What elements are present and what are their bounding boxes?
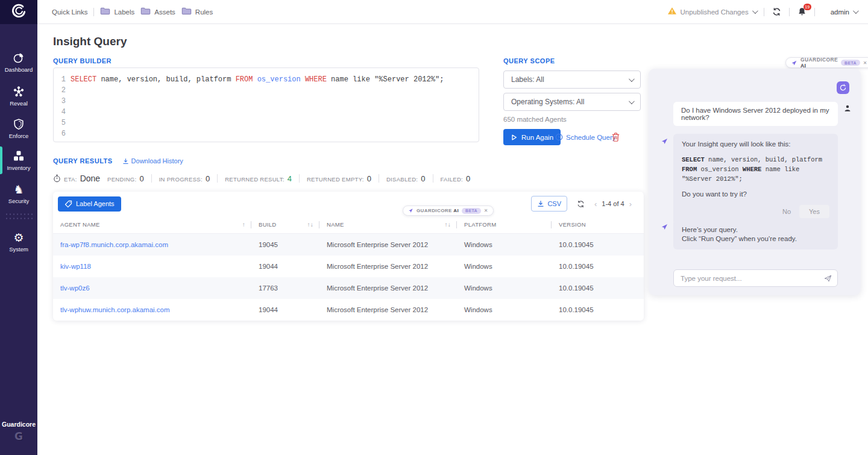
page-title: Insight Query: [53, 35, 127, 48]
cell-name: Microsoft Enterprise Server 2012: [319, 241, 457, 248]
sidebar-item-inventory[interactable]: Inventory: [0, 150, 37, 171]
column-header-name[interactable]: NAME ↑↓: [319, 216, 457, 233]
divider: [814, 8, 815, 16]
tag-icon: [64, 200, 72, 208]
label-agents-button[interactable]: Label Agents: [58, 196, 121, 212]
table-row[interactable]: tlv-wp0z6 17763 Microsoft Enterprise Ser…: [53, 277, 644, 299]
stat-failed: FAILED:0: [441, 174, 471, 183]
chat-input[interactable]: [681, 275, 823, 282]
download-history-link[interactable]: Download History: [122, 157, 183, 165]
stat-value: 0: [421, 174, 425, 183]
ai-chip-brand-bold: AI: [800, 63, 806, 69]
no-button[interactable]: No: [782, 208, 791, 215]
sidebar-item-reveal[interactable]: Reveal: [0, 86, 37, 107]
column-label: VERSION: [559, 221, 586, 228]
run-again-label: Run Again: [521, 134, 553, 141]
yes-button[interactable]: Yes: [799, 205, 829, 218]
run-again-button[interactable]: Run Again: [503, 129, 561, 145]
shield-icon: [13, 118, 25, 130]
sql-text: [301, 75, 305, 84]
folder-icon: [140, 7, 151, 17]
column-header-platform[interactable]: PLATFORM: [457, 216, 552, 233]
unpublished-changes-menu[interactable]: Unpublished Changes: [667, 7, 756, 17]
line-number: 3: [58, 96, 66, 107]
sidebar-item-dashboard[interactable]: Dashboard: [0, 52, 37, 73]
sort-both-icon[interactable]: ↑↓: [307, 221, 313, 228]
column-header-version[interactable]: VERSION: [552, 216, 644, 233]
agent-link[interactable]: fra-wp7f8.munich.corp.akamai.com: [60, 241, 168, 248]
ai-avatar-icon: [661, 222, 668, 233]
nav-labels[interactable]: Labels: [100, 7, 134, 17]
ai-chip-brand-bold: AI: [453, 208, 459, 213]
table-header-row: AGENT NAME ↑ BUILD ↑↓ NAME ↑↓ PLATFORM V…: [53, 216, 644, 234]
chevron-down-icon: [752, 8, 758, 14]
pagination-next-icon[interactable]: ›: [629, 199, 632, 209]
cell-build: 17763: [251, 284, 319, 292]
sidebar-item-system[interactable]: ⚙ System: [0, 231, 37, 253]
delete-query-button[interactable]: [611, 132, 620, 145]
topbar-left: Quick Links Labels Assets Rules: [52, 7, 213, 17]
schedule-query-label: Schedule Query: [566, 134, 615, 141]
warning-triangle-icon: [667, 7, 677, 17]
table-toolbar: Label Agents GUARDICORE AI BETA ✕ CSV ‹: [53, 192, 644, 216]
column-header-agent-name[interactable]: AGENT NAME ↑: [53, 216, 251, 233]
table-row[interactable]: tlv-wphuw.munich.corp.akamai.com 19044 M…: [53, 299, 644, 321]
notifications-button[interactable]: 19: [797, 7, 807, 17]
sql-keyword: WHERE: [743, 166, 762, 173]
sidebar-item-label: Dashboard: [5, 66, 33, 73]
schedule-query-link[interactable]: Schedule Query: [555, 133, 615, 141]
close-icon[interactable]: ✕: [484, 208, 488, 213]
cell-agent-name: tlv-wp0z6: [53, 284, 251, 292]
divider: [151, 174, 152, 183]
pagination-prev-icon[interactable]: ‹: [594, 199, 597, 209]
agent-link[interactable]: tlv-wphuw.munich.corp.akamai.com: [60, 306, 170, 313]
user-message-row: Do I have Windows Server 2012 deployed i…: [673, 102, 838, 126]
query-scope-section-title: QUERY SCOPE: [503, 57, 555, 64]
labels-filter-dropdown[interactable]: Labels: All: [503, 71, 641, 89]
divider: [93, 8, 94, 16]
nav-assets[interactable]: Assets: [140, 7, 175, 17]
table-row[interactable]: kiv-wp118 19044 Microsoft Enterprise Ser…: [53, 256, 644, 277]
divider: [764, 8, 764, 16]
sort-both-icon[interactable]: ↑↓: [444, 221, 451, 228]
user-message-bubble: Do I have Windows Server 2012 deployed i…: [673, 102, 838, 126]
restart-conversation-button[interactable]: [837, 81, 849, 94]
cell-version: 10.0.19045: [552, 306, 644, 313]
sql-text: name, version, build, platform: [96, 75, 235, 84]
stat-pending: PENDING:0: [107, 174, 144, 183]
sql-text: [253, 75, 257, 84]
quick-links[interactable]: Quick Links: [52, 8, 87, 16]
column-header-build[interactable]: BUILD ↑↓: [251, 216, 319, 233]
agent-link[interactable]: kiv-wp118: [60, 263, 91, 270]
close-icon[interactable]: ✕: [863, 60, 867, 66]
agent-link[interactable]: tlv-wp0z6: [60, 284, 90, 292]
export-csv-button[interactable]: CSV: [531, 196, 567, 212]
send-icon[interactable]: [823, 274, 832, 283]
stat-disabled: DISABLED:0: [386, 174, 426, 183]
sidebar-item-label: Enforce: [9, 133, 29, 139]
nav-rules[interactable]: Rules: [181, 7, 213, 17]
guardicore-ai-chip[interactable]: GUARDICORE AI BETA ✕: [785, 57, 868, 68]
cell-build: 19044: [251, 263, 319, 270]
ai-chip-brand: GUARDICORE: [800, 57, 838, 63]
label-agents-label: Label Agents: [76, 200, 115, 207]
sort-ascending-icon[interactable]: ↑: [242, 221, 245, 228]
cell-version: 10.0.19045: [552, 241, 644, 248]
sidebar-item-enforce[interactable]: Enforce: [0, 118, 37, 139]
os-filter-dropdown[interactable]: Operating Systems: All: [503, 93, 641, 111]
sql-query-editor[interactable]: 1 SELECT name, version, build, platform …: [53, 67, 479, 142]
refresh-button[interactable]: [772, 7, 782, 17]
guardicore-ai-chip[interactable]: GUARDICORE AI BETA ✕: [403, 206, 494, 216]
user-menu[interactable]: admin: [831, 8, 857, 16]
sidebar-item-label: Reveal: [10, 100, 28, 107]
akamai-guardicore-logo[interactable]: [0, 0, 37, 24]
table-row[interactable]: fra-wp7f8.munich.corp.akamai.com 19045 M…: [53, 234, 644, 256]
guardicore-ai-panel: Do I have Windows Server 2012 deployed i…: [649, 69, 861, 295]
download-icon: [537, 200, 544, 207]
stat-value: 0: [206, 174, 210, 183]
refresh-table-button[interactable]: [576, 199, 585, 209]
sql-table-name: os_version: [257, 75, 301, 84]
sidebar-item-security[interactable]: ♞ Security: [0, 183, 37, 204]
ai-message-intro: Your Insight query will look like this:: [682, 140, 829, 149]
sql-keyword: SELECT: [682, 156, 705, 163]
